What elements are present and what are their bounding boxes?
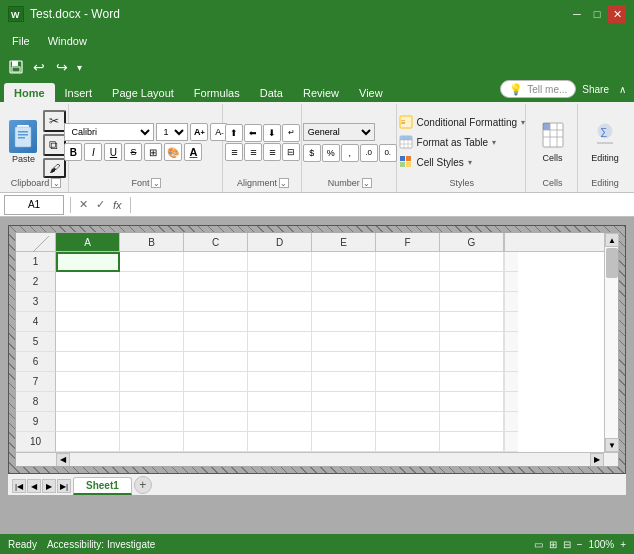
cell-G4[interactable] [440, 312, 504, 332]
cell-A8[interactable] [56, 392, 120, 412]
formula-cancel-button[interactable]: ✕ [77, 198, 90, 211]
cell-D1[interactable] [248, 252, 312, 272]
scroll-left-button[interactable]: ◀ [56, 453, 70, 467]
minimize-button[interactable]: ─ [568, 5, 586, 23]
cell-C8[interactable] [184, 392, 248, 412]
conditional-formatting-button[interactable]: ≡ Conditional Formatting ▾ [395, 113, 530, 131]
cell-G1[interactable] [440, 252, 504, 272]
currency-button[interactable]: $ [303, 144, 321, 162]
font-size-selector[interactable]: 11 [156, 123, 188, 141]
scroll-up-button[interactable]: ▲ [605, 233, 619, 247]
cell-F8[interactable] [376, 392, 440, 412]
close-button[interactable]: ✕ [608, 5, 626, 23]
scroll-down-button[interactable]: ▼ [605, 438, 619, 452]
cell-A5[interactable] [56, 332, 120, 352]
align-center-button[interactable]: ≡ [244, 143, 262, 161]
cell-E3[interactable] [312, 292, 376, 312]
cell-E1[interactable] [312, 252, 376, 272]
cell-E4[interactable] [312, 312, 376, 332]
collapse-ribbon-button[interactable]: ∧ [615, 82, 630, 97]
cell-G2[interactable] [440, 272, 504, 292]
editing-button[interactable]: ∑ Editing [586, 108, 624, 176]
tab-view[interactable]: View [349, 83, 393, 102]
bot-align-button[interactable]: ⬇ [263, 124, 281, 142]
cell-D7[interactable] [248, 372, 312, 392]
cell-F10[interactable] [376, 432, 440, 452]
cut-button[interactable]: ✂ [43, 110, 66, 132]
share-button[interactable]: Share [582, 84, 609, 95]
format-table-button[interactable]: Format as Table ▾ [395, 133, 501, 151]
cell-C5[interactable] [184, 332, 248, 352]
cell-C7[interactable] [184, 372, 248, 392]
cell-F7[interactable] [376, 372, 440, 392]
maximize-button[interactable]: □ [588, 5, 606, 23]
percent-button[interactable]: % [322, 144, 340, 162]
cells-button[interactable]: Cells [535, 108, 571, 176]
sheet-nav-prev[interactable]: ◀ [27, 479, 41, 493]
row-header-4[interactable]: 4 [16, 312, 56, 332]
cell-E2[interactable] [312, 272, 376, 292]
alignment-expand-button[interactable]: ⌄ [279, 178, 289, 188]
cell-C2[interactable] [184, 272, 248, 292]
cell-E7[interactable] [312, 372, 376, 392]
cell-G10[interactable] [440, 432, 504, 452]
cell-A2[interactable] [56, 272, 120, 292]
cell-A9[interactable] [56, 412, 120, 432]
cell-F9[interactable] [376, 412, 440, 432]
col-header-F[interactable]: F [376, 233, 440, 251]
cell-C3[interactable] [184, 292, 248, 312]
fill-color-button[interactable]: 🎨 [164, 143, 182, 161]
cell-B9[interactable] [120, 412, 184, 432]
cell-F6[interactable] [376, 352, 440, 372]
cell-A4[interactable] [56, 312, 120, 332]
tab-review[interactable]: Review [293, 83, 349, 102]
v-scroll-thumb[interactable] [606, 248, 618, 278]
cell-B2[interactable] [120, 272, 184, 292]
cell-B1[interactable] [120, 252, 184, 272]
cell-F4[interactable] [376, 312, 440, 332]
cell-E10[interactable] [312, 432, 376, 452]
cell-reference-input[interactable] [4, 195, 64, 215]
cell-G7[interactable] [440, 372, 504, 392]
cell-A10[interactable] [56, 432, 120, 452]
cell-E5[interactable] [312, 332, 376, 352]
mid-align-button[interactable]: ⬅ [244, 124, 262, 142]
menu-file[interactable]: File [4, 33, 38, 49]
cell-E8[interactable] [312, 392, 376, 412]
row-header-2[interactable]: 2 [16, 272, 56, 292]
col-header-C[interactable]: C [184, 233, 248, 251]
increase-decimal-button[interactable]: .0 [360, 144, 378, 162]
row-header-7[interactable]: 7 [16, 372, 56, 392]
cell-F2[interactable] [376, 272, 440, 292]
row-header-1[interactable]: 1 [16, 252, 56, 272]
zoom-in-icon[interactable]: + [620, 539, 626, 550]
cell-G6[interactable] [440, 352, 504, 372]
row-header-3[interactable]: 3 [16, 292, 56, 312]
tell-me-box[interactable]: 💡 Tell me... [500, 80, 576, 98]
col-header-D[interactable]: D [248, 233, 312, 251]
add-sheet-button[interactable]: + [134, 476, 152, 494]
cell-D10[interactable] [248, 432, 312, 452]
cell-C9[interactable] [184, 412, 248, 432]
cell-C6[interactable] [184, 352, 248, 372]
cell-E6[interactable] [312, 352, 376, 372]
cell-G9[interactable] [440, 412, 504, 432]
cell-B4[interactable] [120, 312, 184, 332]
cell-B3[interactable] [120, 292, 184, 312]
cell-D5[interactable] [248, 332, 312, 352]
save-qa-button[interactable] [6, 57, 26, 77]
col-header-G[interactable]: G [440, 233, 504, 251]
underline-button[interactable]: U [104, 143, 122, 161]
cell-B6[interactable] [120, 352, 184, 372]
cell-C10[interactable] [184, 432, 248, 452]
sheet-tab-sheet1[interactable]: Sheet1 [73, 477, 132, 495]
cell-G5[interactable] [440, 332, 504, 352]
cell-C1[interactable] [184, 252, 248, 272]
col-header-A[interactable]: A [56, 233, 120, 251]
comma-button[interactable]: , [341, 144, 359, 162]
formula-input[interactable] [137, 195, 630, 215]
cell-C4[interactable] [184, 312, 248, 332]
cell-D4[interactable] [248, 312, 312, 332]
cell-A7[interactable] [56, 372, 120, 392]
cell-E9[interactable] [312, 412, 376, 432]
